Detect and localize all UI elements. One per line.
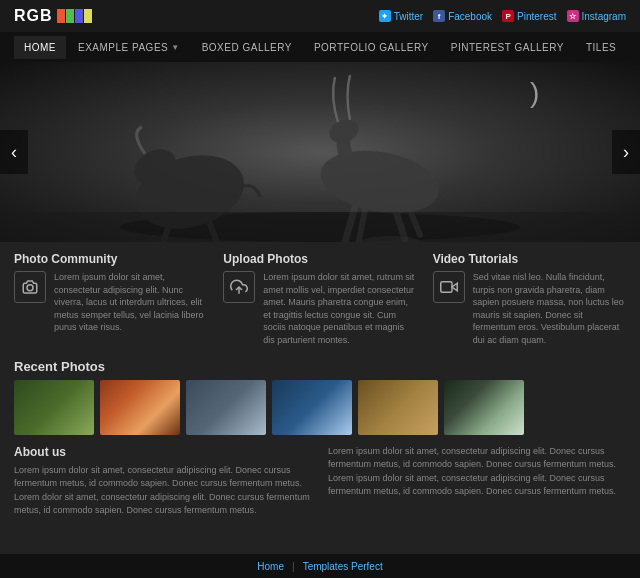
facebook-link[interactable]: f Facebook <box>433 10 492 22</box>
about-text-2: Lorem ipsum dolor sit amet, consectetur … <box>328 445 626 499</box>
pinterest-icon: P <box>502 10 514 22</box>
hero-image: ) <box>0 62 640 242</box>
twitter-link[interactable]: ✦ Twitter <box>379 10 423 22</box>
photo-thumb-5[interactable] <box>358 380 438 435</box>
upload-icon <box>223 271 255 303</box>
nav: HOME EXAMPLE PAGES ▼ BOXED GALLERY PORTF… <box>0 32 640 62</box>
facebook-label: Facebook <box>448 11 492 22</box>
feature-photo-community-text: Lorem ipsum dolor sit amet, consectetur … <box>54 271 207 334</box>
next-slide-button[interactable]: › <box>612 130 640 174</box>
feature-upload-photos: Upload Photos Lorem ipsum dolor sit amet… <box>223 252 416 347</box>
photo-thumb-4[interactable] <box>272 380 352 435</box>
chevron-down-icon: ▼ <box>171 43 179 52</box>
hero-slider: ) <box>0 62 640 242</box>
feature-photo-community-content: Lorem ipsum dolor sit amet, consectetur … <box>14 271 207 334</box>
nav-pinterest-gallery[interactable]: PINTEREST GALLERY <box>441 36 574 59</box>
logo-yellow-block <box>84 9 92 23</box>
photo-grid <box>14 380 626 435</box>
social-links: ✦ Twitter f Facebook P Pinterest ☆ Insta… <box>379 10 626 22</box>
twitter-label: Twitter <box>394 11 423 22</box>
feature-video-tutorials-title: Video Tutorials <box>433 252 626 266</box>
svg-text:): ) <box>530 77 539 108</box>
recent-photos-section: Recent Photos <box>14 359 626 435</box>
footer-home-link[interactable]: Home <box>257 561 284 572</box>
header: RGB ✦ Twitter f Facebook P Pinterest <box>0 0 640 32</box>
photo-thumb-3[interactable] <box>186 380 266 435</box>
video-icon <box>433 271 465 303</box>
logo-colors <box>57 9 92 23</box>
nav-home[interactable]: HOME <box>14 36 66 59</box>
pinterest-label: Pinterest <box>517 11 556 22</box>
feature-video-tutorials: Video Tutorials Sed vitae nisl leo. Null… <box>433 252 626 347</box>
app: RGB ✦ Twitter f Facebook P Pinterest <box>0 0 640 578</box>
instagram-icon: ☆ <box>567 10 579 22</box>
svg-rect-8 <box>0 212 640 242</box>
nav-boxed-gallery[interactable]: BOXED GALLERY <box>192 36 302 59</box>
logo-green-block <box>66 9 74 23</box>
logo-red-block <box>57 9 65 23</box>
about-col-2: Lorem ipsum dolor sit amet, consectetur … <box>328 445 626 518</box>
prev-slide-button[interactable]: ‹ <box>0 130 28 174</box>
svg-rect-12 <box>440 282 451 293</box>
twitter-icon: ✦ <box>379 10 391 22</box>
main-content: Photo Community Lorem ipsum dolor sit am… <box>0 242 640 554</box>
pinterest-link[interactable]: P Pinterest <box>502 10 556 22</box>
nav-tiles[interactable]: TILES <box>576 36 626 59</box>
feature-upload-photos-content: Lorem ipsum dolor sit amet, rutrum sit a… <box>223 271 416 347</box>
feature-photo-community: Photo Community Lorem ipsum dolor sit am… <box>14 252 207 347</box>
instagram-link[interactable]: ☆ Instagram <box>567 10 626 22</box>
photo-thumb-6[interactable] <box>444 380 524 435</box>
about-col-1: About us Lorem ipsum dolor sit amet, con… <box>14 445 312 518</box>
footer-templates-link[interactable]: Templates Perfect <box>303 561 383 572</box>
features-section: Photo Community Lorem ipsum dolor sit am… <box>14 252 626 347</box>
feature-upload-photos-text: Lorem ipsum dolor sit amet, rutrum sit a… <box>263 271 416 347</box>
photo-thumb-1[interactable] <box>14 380 94 435</box>
nav-example-pages[interactable]: EXAMPLE PAGES ▼ <box>68 36 190 59</box>
recent-photos-title: Recent Photos <box>14 359 626 374</box>
svg-marker-11 <box>452 283 457 291</box>
footer: Home | Templates Perfect <box>0 554 640 578</box>
photo-thumb-2[interactable] <box>100 380 180 435</box>
feature-upload-photos-title: Upload Photos <box>223 252 416 266</box>
feature-video-tutorials-content: Sed vitae nisl leo. Nulla fincidunt, tur… <box>433 271 626 347</box>
logo-text: RGB <box>14 7 53 25</box>
camera-icon <box>14 271 46 303</box>
svg-point-9 <box>27 285 33 291</box>
facebook-icon: f <box>433 10 445 22</box>
logo-blue-block <box>75 9 83 23</box>
footer-separator: | <box>292 561 295 572</box>
instagram-label: Instagram <box>582 11 626 22</box>
feature-video-tutorials-text: Sed vitae nisl leo. Nulla fincidunt, tur… <box>473 271 626 347</box>
about-title: About us <box>14 445 312 459</box>
feature-photo-community-title: Photo Community <box>14 252 207 266</box>
logo: RGB <box>14 7 92 25</box>
about-text-1: Lorem ipsum dolor sit amet, consectetur … <box>14 464 312 518</box>
about-section: About us Lorem ipsum dolor sit amet, con… <box>14 445 626 518</box>
nav-portfolio-gallery[interactable]: PORTFOLIO GALLERY <box>304 36 439 59</box>
